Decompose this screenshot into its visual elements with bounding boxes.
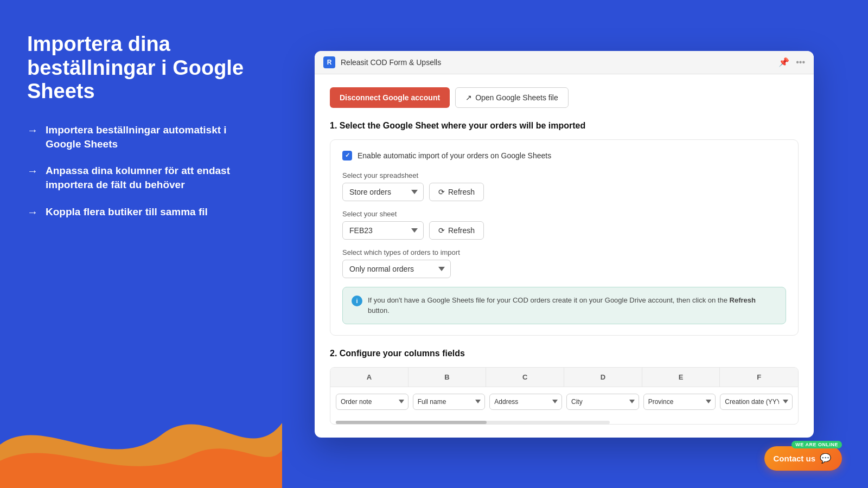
enable-checkbox-row: ✓ Enable automatic import of your orders…: [342, 151, 786, 160]
col-select-d[interactable]: City: [566, 394, 639, 410]
feature-text-1: Importera beställningar automatiskt i Go…: [46, 123, 255, 151]
info-box: i If you don't have a Google Sheets file…: [342, 287, 786, 324]
arrow-icon-3: →: [27, 206, 38, 219]
feature-text-3: Koppla flera butiker till samma fil: [46, 205, 208, 219]
sheet-refresh-button[interactable]: ⟳ Refresh: [429, 221, 484, 240]
left-panel: Importera dina beställningar i Google Sh…: [0, 0, 282, 488]
col-header-c: C: [486, 368, 564, 387]
feature-item-1: → Importera beställningar automatiskt i …: [27, 123, 255, 151]
col-header-e: E: [642, 368, 720, 387]
order-type-select[interactable]: Only normal orders: [342, 260, 451, 278]
feature-item-3: → Koppla flera butiker till samma fil: [27, 205, 255, 219]
col-header-b: B: [409, 368, 487, 387]
refresh-label-2: Refresh: [448, 226, 475, 235]
step1-title: 1. Select the Google Sheet where your or…: [330, 121, 799, 131]
col-select-a[interactable]: Order note: [336, 394, 409, 410]
spreadsheet-select[interactable]: Store orders: [342, 183, 424, 201]
col-select-e[interactable]: Province: [643, 394, 716, 410]
app-window: R Releasit COD Form & Upsells 📌 ••• Disc…: [315, 51, 814, 438]
sheet-field: Select your sheet FEB23 ⟳ Refresh: [342, 210, 786, 240]
scroll-thumb: [336, 421, 487, 424]
refresh-icon-2: ⟳: [438, 226, 445, 235]
col-header-a: A: [330, 368, 409, 387]
info-text-part1: If you don't have a Google Sheets file f…: [368, 296, 730, 304]
col-select-b[interactable]: Full name: [413, 394, 486, 410]
check-mark: ✓: [345, 152, 350, 159]
contact-label: Contact us: [773, 454, 815, 463]
enable-checkbox[interactable]: ✓: [342, 151, 352, 160]
refresh-icon-1: ⟳: [438, 188, 445, 196]
spreadsheet-label: Select your spreadsheet: [342, 171, 786, 179]
arrow-icon-2: →: [27, 165, 38, 177]
disconnect-button[interactable]: Disconnect Google account: [330, 87, 450, 108]
scroll-bar-row: [330, 421, 798, 424]
more-icon[interactable]: •••: [796, 57, 805, 67]
online-badge: WE ARE ONLINE: [792, 441, 842, 448]
columns-table: A B C D E F Order note Full name: [330, 367, 799, 425]
main-content: Disconnect Google account ↗ Open Google …: [315, 74, 814, 438]
order-type-label: Select which types of orders to import: [342, 248, 786, 256]
feature-text-2: Anpassa dina kolumner för att endast imp…: [46, 164, 255, 191]
open-sheets-button[interactable]: ↗ Open Google Sheets file: [455, 87, 569, 108]
right-panel: R Releasit COD Form & Upsells 📌 ••• Disc…: [282, 0, 868, 488]
title-bar-controls: 📌 •••: [778, 57, 805, 67]
column-headers: A B C D E F: [330, 368, 798, 387]
decorative-wave: [0, 380, 282, 488]
refresh-label-1: Refresh: [448, 188, 475, 196]
left-title: Importera dina beställningar i Google Sh…: [27, 33, 255, 104]
pin-icon[interactable]: 📌: [778, 57, 789, 67]
external-link-icon: ↗: [465, 93, 472, 102]
order-type-field: Select which types of orders to import O…: [342, 248, 786, 278]
sheet-label: Select your sheet: [342, 210, 786, 218]
arrow-icon-1: →: [27, 124, 38, 137]
title-bar: R Releasit COD Form & Upsells 📌 •••: [315, 51, 814, 74]
column-cells: Order note Full name Address City Provin: [330, 387, 798, 416]
app-title: Releasit COD Form & Upsells: [341, 58, 441, 67]
contact-button[interactable]: WE ARE ONLINE Contact us 💬: [764, 446, 842, 471]
col-select-f[interactable]: Creation date (YYYY-MM-DD): [720, 394, 793, 410]
info-text-part2: button.: [368, 306, 390, 314]
open-sheets-label: Open Google Sheets file: [475, 93, 558, 102]
step2-title: 2. Configure your columns fields: [330, 349, 799, 358]
spreadsheet-field: Select your spreadsheet Store orders ⟳ R…: [342, 171, 786, 201]
col-header-f: F: [720, 368, 798, 387]
app-icon: R: [323, 56, 335, 68]
order-type-row: Only normal orders: [342, 260, 786, 278]
spreadsheet-refresh-button[interactable]: ⟳ Refresh: [429, 183, 484, 201]
info-text-bold: Refresh: [730, 296, 756, 304]
feature-item-2: → Anpassa dina kolumner för att endast i…: [27, 164, 255, 191]
title-bar-left: R Releasit COD Form & Upsells: [323, 56, 441, 68]
sheet-row: FEB23 ⟳ Refresh: [342, 221, 786, 240]
step1-card: ✓ Enable automatic import of your orders…: [330, 139, 799, 336]
spreadsheet-row: Store orders ⟳ Refresh: [342, 183, 786, 201]
col-header-d: D: [564, 368, 642, 387]
step2-section: 2. Configure your columns fields A B C D…: [330, 349, 799, 425]
info-text: If you don't have a Google Sheets file f…: [368, 295, 777, 316]
sheet-select[interactable]: FEB23: [342, 221, 424, 240]
info-icon: i: [352, 296, 362, 306]
features-list: → Importera beställningar automatiskt i …: [27, 123, 255, 219]
chat-icon: 💬: [820, 453, 831, 464]
top-buttons: Disconnect Google account ↗ Open Google …: [330, 87, 799, 108]
scroll-track: [336, 421, 610, 424]
enable-checkbox-label: Enable automatic import of your orders o…: [358, 151, 551, 160]
app-icon-letter: R: [327, 59, 332, 66]
col-select-c[interactable]: Address: [489, 394, 562, 410]
